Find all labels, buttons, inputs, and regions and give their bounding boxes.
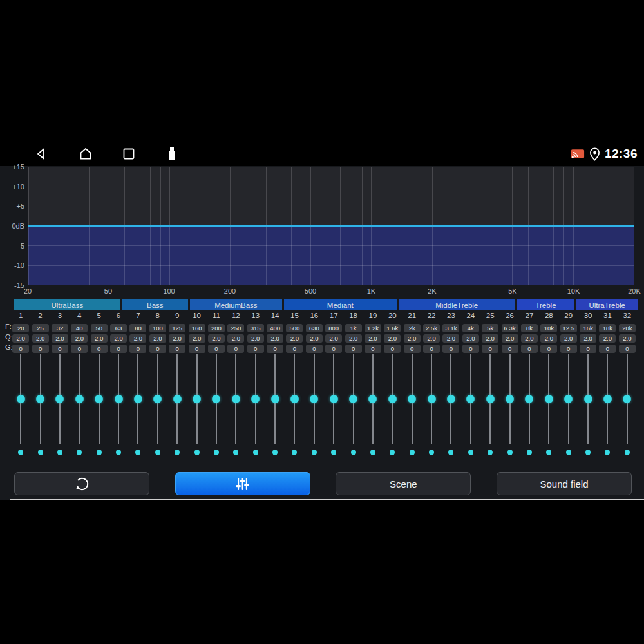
gain-value-chip[interactable]: 0 — [521, 345, 538, 353]
q-value-chip[interactable]: 2.0 — [129, 334, 146, 343]
eq-band-slider[interactable] — [383, 354, 402, 455]
eq-band-slider[interactable] — [324, 354, 343, 455]
eq-band-slider[interactable] — [363, 354, 383, 455]
q-value-chip[interactable]: 2.0 — [32, 334, 49, 343]
q-value-chip[interactable]: 2.0 — [267, 334, 283, 343]
freq-value-chip[interactable]: 3.1k — [442, 324, 459, 332]
q-value-chip[interactable]: 2.0 — [149, 334, 166, 343]
q-value-chip[interactable]: 2.0 — [619, 334, 636, 343]
slider-track[interactable] — [99, 354, 100, 444]
slider-track[interactable] — [587, 354, 589, 444]
gain-value-chip[interactable]: 0 — [227, 345, 244, 353]
gain-value-chip[interactable]: 0 — [267, 345, 283, 353]
freq-value-chip[interactable]: 18k — [599, 324, 616, 332]
usb-button[interactable] — [159, 142, 185, 166]
q-value-chip[interactable]: 2.0 — [306, 334, 323, 343]
eq-band-slider[interactable] — [265, 354, 285, 455]
slider-knob[interactable] — [564, 395, 573, 403]
eq-band-slider[interactable] — [578, 354, 598, 455]
slider-knob[interactable] — [330, 395, 338, 403]
gain-value-chip[interactable]: 0 — [599, 345, 616, 353]
eq-band-slider[interactable] — [441, 354, 460, 455]
gain-value-chip[interactable]: 0 — [169, 345, 185, 353]
eq-band-slider[interactable] — [402, 354, 422, 455]
eq-band-slider[interactable] — [128, 354, 147, 455]
slider-knob[interactable] — [55, 395, 64, 403]
slider-knob[interactable] — [428, 395, 436, 403]
slider-track[interactable] — [431, 354, 432, 444]
sound-field-button[interactable]: Sound field — [497, 472, 632, 495]
scene-button[interactable]: Scene — [336, 472, 471, 495]
freq-value-chip[interactable]: 800 — [325, 324, 342, 332]
freq-value-chip[interactable]: 100 — [149, 324, 166, 332]
slider-knob[interactable] — [17, 395, 25, 403]
slider-knob[interactable] — [603, 395, 612, 403]
eq-band-slider[interactable] — [70, 354, 89, 455]
eq-band-slider[interactable] — [559, 354, 578, 455]
gain-value-chip[interactable]: 0 — [91, 345, 108, 353]
slider-knob[interactable] — [506, 395, 514, 403]
freq-value-chip[interactable]: 250 — [227, 324, 244, 332]
freq-value-chip[interactable]: 63 — [110, 324, 127, 332]
slider-track[interactable] — [294, 354, 295, 444]
q-value-chip[interactable]: 2.0 — [482, 334, 498, 343]
slider-track[interactable] — [176, 354, 178, 444]
recents-button[interactable] — [116, 142, 142, 166]
q-value-chip[interactable]: 2.0 — [52, 334, 68, 343]
freq-value-chip[interactable]: 5k — [482, 324, 498, 332]
slider-track[interactable] — [353, 354, 354, 444]
equalizer-button[interactable] — [175, 472, 310, 495]
eq-band-slider[interactable] — [520, 354, 539, 455]
eq-band-slider[interactable] — [167, 354, 187, 455]
q-value-chip[interactable]: 2.0 — [227, 334, 244, 343]
eq-band-slider[interactable] — [480, 354, 500, 455]
back-button[interactable] — [28, 142, 54, 166]
q-value-chip[interactable]: 2.0 — [560, 334, 577, 343]
q-value-chip[interactable]: 2.0 — [502, 334, 518, 343]
gain-value-chip[interactable]: 0 — [442, 345, 459, 353]
freq-value-chip[interactable]: 6.3k — [502, 324, 518, 332]
slider-track[interactable] — [196, 354, 198, 444]
slider-knob[interactable] — [115, 395, 123, 403]
eq-band-slider[interactable] — [30, 354, 50, 455]
freq-value-chip[interactable]: 1.2k — [365, 324, 381, 332]
q-value-chip[interactable]: 2.0 — [384, 334, 401, 343]
q-value-chip[interactable]: 2.0 — [599, 334, 616, 343]
slider-knob[interactable] — [290, 395, 299, 403]
gain-value-chip[interactable]: 0 — [502, 345, 518, 353]
gain-value-chip[interactable]: 0 — [384, 345, 401, 353]
q-value-chip[interactable]: 2.0 — [423, 334, 440, 343]
freq-value-chip[interactable]: 40 — [71, 324, 88, 332]
slider-knob[interactable] — [525, 395, 533, 403]
slider-knob[interactable] — [349, 395, 357, 403]
freq-value-chip[interactable]: 125 — [169, 324, 185, 332]
freq-value-chip[interactable]: 8k — [521, 324, 538, 332]
slider-knob[interactable] — [193, 395, 201, 403]
gain-value-chip[interactable]: 0 — [404, 345, 421, 353]
q-value-chip[interactable]: 2.0 — [286, 334, 303, 343]
eq-band-slider[interactable] — [187, 354, 206, 455]
freq-value-chip[interactable]: 32 — [52, 324, 68, 332]
slider-knob[interactable] — [388, 395, 397, 403]
gain-value-chip[interactable]: 0 — [71, 345, 88, 353]
slider-track[interactable] — [79, 354, 80, 444]
eq-band-slider[interactable] — [226, 354, 245, 455]
slider-knob[interactable] — [447, 395, 455, 403]
slider-track[interactable] — [529, 354, 530, 444]
slider-knob[interactable] — [75, 395, 84, 403]
eq-band-slider[interactable] — [305, 354, 324, 455]
eq-band-slider[interactable] — [500, 354, 519, 455]
freq-value-chip[interactable]: 25 — [32, 324, 49, 332]
freq-value-chip[interactable]: 20k — [619, 324, 636, 332]
freq-value-chip[interactable]: 630 — [306, 324, 323, 332]
slider-knob[interactable] — [251, 395, 260, 403]
eq-band-slider[interactable] — [109, 354, 128, 455]
gain-value-chip[interactable]: 0 — [189, 345, 205, 353]
q-value-chip[interactable]: 2.0 — [462, 334, 479, 343]
q-value-chip[interactable]: 2.0 — [71, 334, 88, 343]
slider-track[interactable] — [548, 354, 549, 444]
slider-knob[interactable] — [153, 395, 162, 403]
freq-value-chip[interactable]: 500 — [286, 324, 303, 332]
gain-value-chip[interactable]: 0 — [12, 345, 29, 353]
slider-track[interactable] — [255, 354, 256, 444]
